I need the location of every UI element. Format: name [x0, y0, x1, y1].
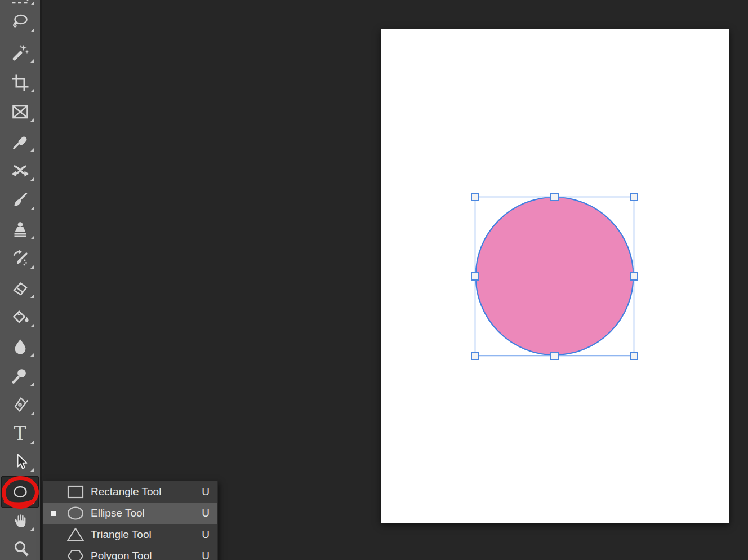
paint-bucket-icon [10, 308, 30, 328]
magnifier-icon [10, 540, 30, 560]
hand-icon [10, 511, 30, 531]
menu-item-shortcut: U [200, 507, 211, 519]
handle-middle-left[interactable] [471, 273, 479, 280]
clone-stamp-icon [10, 220, 30, 240]
menu-item-shortcut: U [200, 486, 211, 498]
history-brush-tool[interactable] [0, 245, 40, 274]
cursor-arrow-icon [10, 452, 30, 472]
brush-tool[interactable] [0, 186, 40, 215]
app-window: T [0, 0, 748, 560]
rectangle-shape-icon [63, 483, 88, 500]
handle-middle-right[interactable] [630, 273, 638, 280]
menu-item-label: Polygon Tool [91, 550, 200, 560]
frame-icon [10, 102, 30, 122]
toolbar: T [0, 0, 42, 560]
eraser-tool[interactable] [0, 274, 40, 303]
menu-item-rectangle-tool[interactable]: Rectangle Tool U [43, 481, 217, 503]
menu-item-polygon-tool[interactable]: Polygon Tool U [43, 545, 217, 560]
handle-top-right[interactable] [630, 193, 638, 201]
type-tool[interactable]: T [0, 420, 40, 449]
brush-icon [10, 190, 30, 211]
dodge-icon [10, 366, 30, 386]
current-tool-marker [43, 511, 63, 516]
history-brush-icon [10, 249, 30, 269]
magic-wand-tool[interactable] [0, 38, 40, 68]
frame-tool[interactable] [0, 97, 40, 127]
ellipse-tool-icon [10, 482, 30, 502]
rectangular-marquee-icon [10, 0, 30, 6]
dodge-tool[interactable] [0, 362, 40, 391]
current-tool-marker [43, 532, 63, 537]
lasso-icon [10, 12, 30, 33]
ellipse-tool[interactable] [1, 476, 39, 508]
eyedropper-icon [10, 132, 30, 152]
paint-bucket-tool[interactable] [0, 303, 40, 332]
pen-icon [10, 395, 30, 416]
eyedropper-tool[interactable] [0, 127, 40, 157]
canvas-document[interactable] [381, 29, 729, 523]
handle-bottom-right[interactable] [630, 352, 638, 359]
triangle-shape-icon [63, 526, 88, 543]
handle-bottom-center[interactable] [551, 352, 558, 359]
clone-stamp-tool[interactable] [0, 215, 40, 245]
eraser-icon [10, 278, 30, 299]
water-drop-icon [10, 337, 30, 357]
handle-bottom-left[interactable] [471, 352, 479, 359]
menu-item-label: Ellipse Tool [91, 507, 200, 519]
shape-tools-flyout-menu: Rectangle Tool U Ellipse Tool U Triangle… [43, 481, 218, 560]
polygon-shape-icon [63, 548, 88, 560]
crossed-arrows-tool[interactable] [0, 157, 40, 186]
crop-icon [10, 73, 30, 93]
menu-item-ellipse-tool[interactable]: Ellipse Tool U [43, 503, 217, 524]
lasso-tool[interactable] [0, 8, 40, 37]
blur-tool[interactable] [0, 332, 40, 362]
canvas-content [381, 29, 729, 523]
crossed-arrows-icon [10, 161, 30, 181]
pen-tool[interactable] [0, 391, 40, 420]
hand-tool[interactable] [0, 506, 40, 536]
zoom-tool[interactable] [0, 536, 40, 560]
menu-item-label: Triangle Tool [91, 528, 200, 541]
menu-item-shortcut: U [200, 528, 211, 541]
pink-circle-shape[interactable] [476, 197, 634, 355]
magic-wand-icon [10, 43, 30, 63]
path-select-tool[interactable] [0, 447, 40, 477]
crop-tool[interactable] [0, 68, 40, 97]
ellipse-shape-icon [63, 505, 88, 522]
type-tool-glyph: T [14, 424, 26, 443]
current-tool-marker [43, 554, 63, 559]
menu-item-shortcut: U [200, 550, 211, 560]
handle-top-center[interactable] [551, 193, 558, 201]
handle-top-left[interactable] [471, 193, 479, 201]
menu-item-triangle-tool[interactable]: Triangle Tool U [43, 524, 217, 545]
current-tool-marker [43, 490, 63, 495]
menu-item-label: Rectangle Tool [91, 486, 200, 498]
